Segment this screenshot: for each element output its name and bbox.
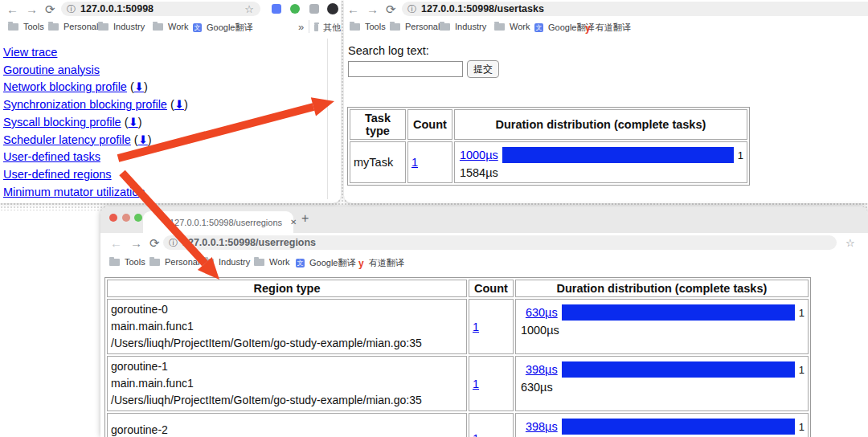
count-cell: 1: [469, 413, 514, 437]
new-tab-button[interactable]: +: [301, 211, 309, 226]
bookmark-work[interactable]: Work: [254, 257, 289, 267]
col-count: Count: [407, 109, 452, 140]
address-bar[interactable]: ⓘ 127.0.0.1:50998/usertasks: [402, 2, 868, 16]
duration-bucket-link[interactable]: 1000µs: [460, 149, 498, 161]
bookmark-youdao-translate[interactable]: y有道翻译: [585, 22, 631, 34]
screenshot-canvas: ← → ⟳ ⓘ 127.0.0.1:50998 ☆ Tools Personal…: [0, 0, 868, 437]
bookmark-personal[interactable]: Personal: [48, 22, 98, 31]
count-link[interactable]: 1: [473, 321, 479, 333]
back-icon[interactable]: ←: [347, 2, 359, 18]
histogram-bar: [562, 361, 795, 378]
bookmark-personal[interactable]: Personal: [149, 257, 199, 267]
search-log-input[interactable]: [348, 61, 463, 77]
link-minimum-mutator-utilization[interactable]: Minimum mutator utilization: [3, 186, 145, 198]
table-row: goroutine-2 main.main.func1 1 398µs 1 63…: [107, 413, 809, 437]
count-cell: 1: [469, 356, 514, 411]
download-icon[interactable]: ⬇: [134, 80, 144, 93]
list-item: Minimum mutator utilization: [3, 184, 188, 202]
divider: [309, 20, 309, 33]
userregions-table: Region type Count Duration distribution …: [104, 277, 811, 437]
count-cell: 1: [469, 299, 514, 354]
link-user-defined-regions[interactable]: User-defined regions: [3, 168, 112, 181]
bar-count: 1: [738, 149, 743, 161]
folder-icon: [350, 23, 360, 31]
close-window-button[interactable]: [109, 214, 117, 222]
usertasks-table: Task type Count Duration distribution (c…: [347, 107, 750, 186]
site-info-icon[interactable]: ⓘ: [67, 3, 76, 15]
download-icon[interactable]: ⬇: [138, 133, 148, 146]
bookmark-star-icon[interactable]: ☆: [244, 3, 254, 15]
refresh-icon[interactable]: ⟳: [149, 235, 160, 251]
link-scheduler-latency-profile[interactable]: Scheduler latency profile: [3, 133, 131, 146]
bookmark-tools[interactable]: Tools: [350, 22, 386, 31]
back-icon[interactable]: ←: [6, 2, 18, 18]
refresh-icon[interactable]: ⟳: [45, 2, 55, 18]
bookmark-industry[interactable]: Industry: [440, 22, 486, 31]
folder-icon: [149, 259, 160, 266]
duration-bucket-link[interactable]: 630µs: [526, 306, 558, 319]
site-info-icon[interactable]: ⓘ: [169, 237, 178, 249]
count-link[interactable]: 1: [411, 156, 418, 169]
url-text: 127.0.0.1:50998/usertasks: [421, 3, 544, 14]
col-duration: Duration distribution (complete tasks): [515, 280, 809, 297]
bookmarks-overflow-icon[interactable]: »: [298, 21, 304, 33]
submit-button[interactable]: 提交: [467, 60, 499, 78]
bookmark-industry[interactable]: Industry: [203, 257, 250, 267]
folder-icon: [153, 23, 163, 31]
bookmark-tools[interactable]: Tools: [8, 22, 44, 31]
extensions-puzzle-icon[interactable]: [309, 4, 319, 14]
download-icon[interactable]: ⬇: [129, 116, 138, 129]
link-view-trace[interactable]: View trace: [3, 46, 57, 59]
maximize-window-button[interactable]: [134, 214, 142, 222]
region-type-cell: goroutine-0 main.main.func1 /Users/liuqh…: [107, 299, 467, 354]
bookmark-google-translate[interactable]: 文Google翻译: [296, 257, 355, 269]
bookmark-google-translate[interactable]: 文Google翻译: [193, 22, 252, 34]
link-sync-blocking-profile[interactable]: Synchronization blocking profile: [3, 98, 167, 111]
bookmark-industry[interactable]: Industry: [98, 22, 145, 31]
bookmark-star-icon[interactable]: ☆: [845, 237, 855, 249]
minimize-window-button[interactable]: [122, 214, 130, 222]
site-info-icon[interactable]: ⓘ: [407, 3, 416, 15]
forward-icon[interactable]: →: [26, 2, 38, 18]
address-bar[interactable]: ⓘ 127.0.0.1:50998/userregions: [163, 235, 837, 250]
download-icon[interactable]: ⬇: [174, 98, 184, 111]
youdao-icon: y: [585, 22, 591, 34]
link-user-defined-tasks[interactable]: User-defined tasks: [3, 150, 100, 163]
bookmark-other-folder[interactable]: 其他: [314, 22, 341, 34]
google-translate-icon: 文: [296, 259, 305, 268]
bookmark-work[interactable]: Work: [153, 22, 188, 31]
bar-count: 1: [799, 364, 805, 376]
link-network-blocking-profile[interactable]: Network blocking profile: [3, 80, 127, 93]
bookmark-tools[interactable]: Tools: [109, 257, 145, 267]
list-item: Syscall blocking profile (⬇): [3, 114, 188, 132]
folder-icon: [314, 24, 318, 31]
back-icon[interactable]: ←: [110, 235, 122, 251]
list-item: Synchronization blocking profile (⬇): [3, 96, 188, 114]
link-syscall-blocking-profile[interactable]: Syscall blocking profile: [3, 116, 121, 129]
link-goroutine-analysis[interactable]: Goroutine analysis: [3, 63, 100, 76]
bookmark-personal[interactable]: Personal: [390, 22, 440, 31]
count-link[interactable]: 1: [473, 432, 479, 437]
tab-userregions[interactable]: 127.0.0.1:50998/userregions ✕: [143, 211, 293, 233]
refresh-icon[interactable]: ⟳: [386, 2, 396, 18]
forward-icon[interactable]: →: [366, 2, 379, 18]
list-item: User-defined regions: [3, 166, 188, 184]
bookmark-work[interactable]: Work: [494, 22, 530, 31]
address-bar[interactable]: ⓘ 127.0.0.1:50998 ☆: [61, 2, 260, 16]
extension-icon-green[interactable]: [290, 4, 300, 14]
url-text: 127.0.0.1:50998: [80, 3, 154, 14]
duration-bucket-link[interactable]: 398µs: [526, 420, 558, 433]
histogram-bar: [562, 419, 795, 435]
trace-link-list: View trace Goroutine analysis Network bl…: [3, 44, 188, 201]
bar-count: 1: [799, 307, 805, 319]
profile-avatar[interactable]: [327, 3, 338, 14]
extension-icon-blue[interactable]: [272, 4, 281, 14]
folder-icon: [254, 259, 264, 266]
count-link[interactable]: 1: [473, 378, 479, 390]
forward-icon[interactable]: →: [130, 235, 142, 251]
bookmark-youdao-translate[interactable]: y有道翻译: [358, 257, 404, 269]
histogram-bar: [502, 147, 734, 163]
duration-bucket-link[interactable]: 398µs: [526, 363, 558, 376]
col-count: Count: [469, 280, 514, 297]
tab-close-icon[interactable]: ✕: [290, 218, 297, 227]
